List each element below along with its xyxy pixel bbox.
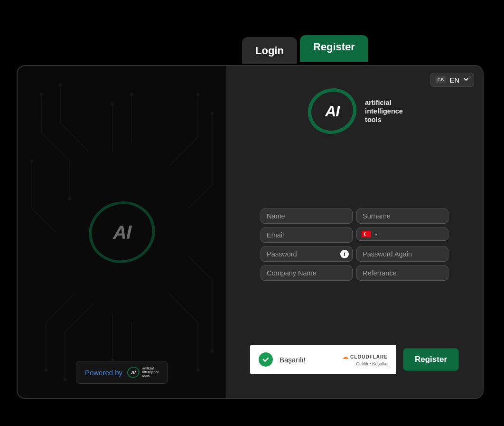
svg-point-1 (68, 198, 71, 200)
app-logo: AI artificial intelligence tools (241, 85, 468, 137)
check-circle-icon (259, 352, 273, 367)
decorative-panel: AI Powered by AI artificial intelligence… (18, 66, 226, 398)
captcha-privacy-link[interactable]: Gizlilik (356, 361, 368, 366)
chevron-down-icon: ▾ (375, 232, 377, 237)
cloud-icon: ☁ (342, 353, 349, 360)
form-footer: Başarılı! ☁ CLOUDFLARE Gizlilik • Koşull… (250, 345, 459, 374)
phone-input[interactable]: ▾ (356, 227, 448, 241)
tab-register[interactable]: Register (300, 35, 368, 62)
powered-by-badge: Powered by AI artificial intelligence to… (76, 361, 168, 384)
svg-point-6 (45, 369, 47, 371)
powered-by-logo: AI artificial intelligence tools (127, 366, 159, 379)
form-panel: GB EN AI artificial intelligence tools (226, 66, 483, 398)
language-selector[interactable]: GB EN (430, 73, 474, 87)
surname-input[interactable] (356, 208, 448, 224)
name-input[interactable] (261, 208, 353, 224)
svg-point-5 (211, 112, 214, 115)
password-input[interactable] (261, 246, 353, 262)
logo-mark: AI (325, 103, 339, 120)
cloudflare-logo: ☁ CLOUDFLARE (342, 353, 388, 360)
svg-point-3 (30, 160, 33, 162)
chevron-down-icon (463, 76, 469, 84)
svg-point-4 (196, 93, 199, 96)
captcha-terms-link[interactable]: Koşullar (372, 361, 388, 366)
language-flag-badge: GB (436, 76, 446, 83)
language-code: EN (449, 76, 459, 84)
svg-point-8 (196, 369, 199, 371)
svg-point-0 (40, 93, 43, 96)
email-input[interactable] (261, 227, 353, 243)
svg-point-9 (211, 350, 214, 352)
svg-point-10 (111, 103, 114, 105)
powered-by-label: Powered by (85, 369, 122, 377)
register-button[interactable]: Register (403, 348, 459, 371)
flag-tr-icon (362, 231, 371, 237)
captcha-widget: Başarılı! ☁ CLOUDFLARE Gizlilik • Koşull… (250, 345, 396, 374)
register-form: ▾ i (261, 208, 448, 284)
info-icon[interactable]: i (340, 250, 349, 258)
svg-point-2 (59, 84, 62, 86)
captcha-status: Başarılı! (280, 356, 306, 364)
password-again-input[interactable] (356, 246, 448, 262)
bg-logo: AI (89, 199, 155, 265)
logo-tagline: artificial intelligence tools (365, 98, 403, 124)
referrance-input[interactable] (356, 265, 448, 281)
svg-point-7 (64, 378, 66, 381)
svg-point-11 (130, 93, 133, 96)
company-input[interactable] (261, 265, 353, 281)
tab-login[interactable]: Login (242, 37, 297, 64)
auth-tabs: Login Register (242, 37, 368, 64)
auth-card: AI Powered by AI artificial intelligence… (17, 65, 484, 399)
